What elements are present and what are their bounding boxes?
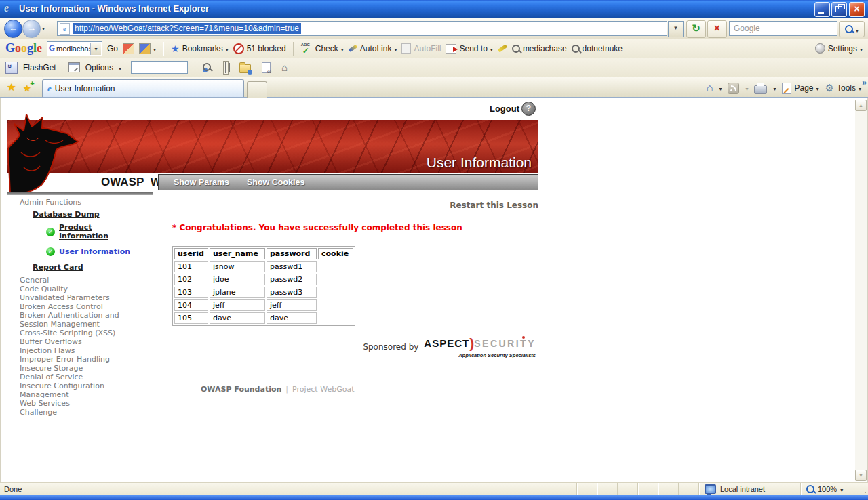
- cell-user-name: jplane: [210, 287, 265, 298]
- sidebar-item-insecure-configuration[interactable]: Insecure Configuration Management: [20, 381, 143, 399]
- aspect-security-logo[interactable]: ASPECT)SECURITY Application Security Spe…: [424, 335, 538, 358]
- dotnetnuke-label: dotnetnuke: [583, 44, 623, 54]
- address-dropdown[interactable]: ▼: [668, 21, 684, 37]
- sidebar-item-database-dump[interactable]: Database Dump: [33, 210, 143, 219]
- google-extra-icon-1[interactable]: [123, 43, 134, 54]
- print-dropdown[interactable]: [773, 83, 776, 93]
- sidebar-item-improper-error-handling[interactable]: Improper Error Handling: [20, 355, 143, 364]
- refresh-button[interactable]: ↻: [686, 20, 706, 38]
- flashget-icon-group: [203, 61, 288, 75]
- blocked-label: 51 blocked: [247, 44, 286, 54]
- footer-divider: |: [285, 385, 288, 394]
- extra-icon: [139, 43, 151, 54]
- status-text: Done: [4, 485, 22, 493]
- download-all-links-icon[interactable]: [262, 62, 271, 73]
- sidebar-item-unvalidated-parameters[interactable]: Unvalidated Parameters: [20, 293, 143, 302]
- search-options-dropdown[interactable]: [856, 23, 859, 35]
- scroll-up-button[interactable]: ▲: [855, 100, 867, 111]
- minimize-button[interactable]: [814, 2, 830, 17]
- flashget-icon[interactable]: [5, 62, 18, 74]
- print-button[interactable]: [754, 85, 767, 94]
- dotnetnuke-search-button[interactable]: dotnetnuke: [572, 44, 623, 54]
- feeds-button[interactable]: [728, 83, 739, 94]
- restart-lesson-link[interactable]: Restart this Lesson: [450, 201, 538, 210]
- sidebar-item-challenge[interactable]: Challenge: [20, 408, 143, 417]
- google-search-combo[interactable]: G mediachase: [47, 41, 102, 56]
- flashget-options-label[interactable]: Options: [85, 63, 113, 72]
- help-button[interactable]: ?: [521, 102, 536, 116]
- column-header-cookie: cookie: [318, 248, 353, 259]
- sidebar-item-broken-access-control[interactable]: Broken Access Control: [20, 302, 143, 311]
- tab-user-information[interactable]: e User Information: [42, 79, 244, 97]
- spellcheck-button[interactable]: Check: [301, 43, 344, 54]
- search-button[interactable]: [839, 21, 865, 37]
- resize-grip[interactable]: [856, 483, 868, 495]
- project-webgoat-link[interactable]: Project WebGoat: [292, 385, 354, 394]
- cell-userid: 102: [174, 274, 208, 285]
- highlighter-icon[interactable]: [498, 44, 507, 52]
- feeds-dropdown: [745, 83, 748, 93]
- logout-link[interactable]: Logout: [490, 104, 519, 114]
- google-go-button[interactable]: Go: [107, 44, 118, 54]
- settings-button[interactable]: Settings: [815, 43, 863, 54]
- site-explorer-icon[interactable]: [203, 63, 212, 72]
- stop-button[interactable]: ×: [707, 20, 727, 38]
- flashget-label[interactable]: FlashGet: [23, 63, 56, 72]
- address-input[interactable]: http://neo/WebGoat/attack?Screen=71&menu…: [57, 21, 667, 36]
- sidebar-item-denial-of-service[interactable]: Denial of Service: [20, 373, 143, 381]
- favorites-center-button[interactable]: [7, 81, 16, 93]
- cell-password: jeff: [267, 299, 317, 311]
- sidebar-item-user-information[interactable]: User Information: [46, 245, 143, 258]
- sidebar-item-code-quality[interactable]: Code Quality: [20, 285, 143, 293]
- autolink-button[interactable]: AutoLink: [349, 44, 397, 54]
- zoom-level: 100%: [818, 485, 837, 493]
- flashget-options-dropdown[interactable]: [119, 63, 121, 72]
- flashget-home-icon[interactable]: [281, 62, 288, 73]
- sidebar-item-report-card[interactable]: Report Card: [33, 263, 143, 272]
- bookmarks-button[interactable]: Bookmarks: [171, 43, 229, 54]
- sidebar-item-general[interactable]: General: [20, 276, 143, 285]
- add-favorite-button[interactable]: [23, 82, 31, 93]
- settings-label: Settings: [828, 44, 857, 54]
- flashget-options-icon[interactable]: [68, 62, 80, 72]
- toolbar-overflow-chevron[interactable]: »: [862, 78, 867, 87]
- sidebar-item-product-information[interactable]: Product Information: [46, 225, 143, 238]
- scroll-down-button[interactable]: ▼: [855, 470, 867, 481]
- popup-blocked-button[interactable]: 51 blocked: [233, 43, 286, 54]
- sidebar-item-admin-functions[interactable]: Admin Functions: [20, 198, 143, 207]
- sidebar-item-injection-flaws[interactable]: Injection Flaws: [20, 346, 143, 355]
- google-extra-icon-2[interactable]: [139, 43, 156, 54]
- zoom-dropdown[interactable]: [840, 485, 843, 493]
- owasp-foundation-link[interactable]: OWASP Foundation: [201, 385, 281, 394]
- home-dropdown[interactable]: [719, 83, 722, 93]
- history-dropdown[interactable]: [42, 26, 45, 32]
- vertical-scrollbar[interactable]: ▲ ▼: [855, 100, 867, 481]
- media-capture-button[interactable]: [223, 61, 229, 75]
- restore-button[interactable]: [831, 2, 847, 17]
- download-folder-icon[interactable]: [239, 64, 251, 73]
- sidebar-item-web-services[interactable]: Web Services: [20, 399, 143, 408]
- send-to-button[interactable]: Send to: [446, 44, 492, 54]
- magnifier-icon: [572, 45, 580, 53]
- sidebar-item-buffer-overflows[interactable]: Buffer Overflows: [20, 337, 143, 346]
- sidebar-item-xss[interactable]: Cross-Site Scripting (XSS): [20, 329, 143, 337]
- show-params-button[interactable]: Show Params: [174, 178, 229, 187]
- tools-menu-button[interactable]: Tools: [825, 82, 861, 94]
- back-button[interactable]: ←: [4, 20, 22, 38]
- home-button[interactable]: [707, 82, 713, 94]
- page-footer: OWASP Foundation | Project WebGoat: [201, 385, 354, 394]
- show-cookies-button[interactable]: Show Cookies: [247, 178, 304, 187]
- close-button[interactable]: ×: [849, 2, 865, 17]
- sidebar-item-insecure-storage[interactable]: Insecure Storage: [20, 364, 143, 373]
- new-tab-button[interactable]: [247, 81, 267, 98]
- google-search-dropdown[interactable]: [90, 43, 101, 55]
- forward-button[interactable]: →: [22, 20, 41, 38]
- zoom-control[interactable]: 100%: [800, 483, 856, 495]
- search-input[interactable]: Google: [729, 21, 837, 36]
- zone-label: Local intranet: [720, 485, 765, 493]
- page-menu-button[interactable]: Page: [782, 83, 818, 94]
- mediachase-search-button[interactable]: mediachase: [512, 44, 567, 54]
- flashget-input[interactable]: [131, 61, 188, 74]
- sidebar-item-broken-authentication[interactable]: Broken Authentication and Session Manage…: [20, 311, 143, 329]
- autofill-button: AutoFill: [401, 43, 441, 54]
